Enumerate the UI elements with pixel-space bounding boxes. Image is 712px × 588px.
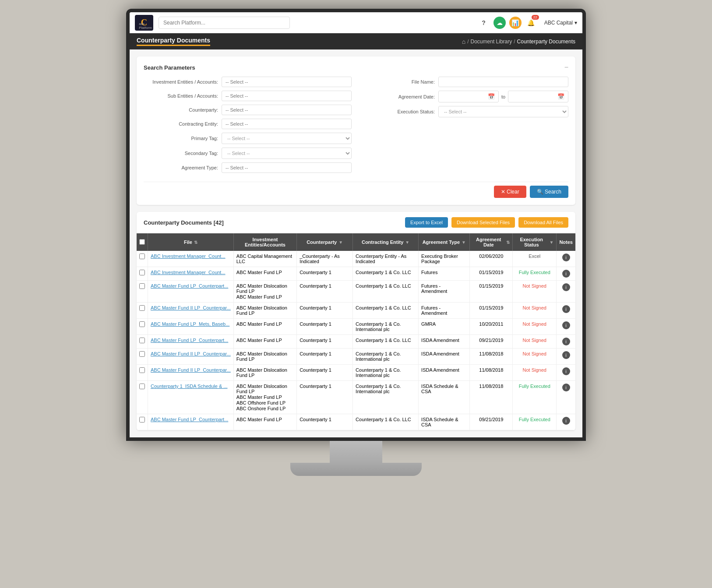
row-file[interactable]: ABC Master Fund LP_Counterpart... <box>148 414 234 430</box>
col-agreement-date-sort[interactable]: ⇅ <box>506 240 510 245</box>
status-badge: Fully Executed <box>519 417 550 422</box>
file-link[interactable]: ABC Master Fund LP_Counterpart... <box>151 338 228 343</box>
investment-entities-input[interactable] <box>222 77 352 87</box>
info-button[interactable]: i <box>562 321 570 329</box>
status-badge: Not Signed <box>523 283 546 289</box>
chart-icon[interactable]: 📊 <box>509 17 522 29</box>
monitor-base <box>290 463 422 476</box>
row-checkbox[interactable] <box>139 351 145 357</box>
search-button[interactable]: 🔍 Search <box>530 186 568 198</box>
row-counterparty: Counterparty 1 <box>297 281 353 303</box>
file-link[interactable]: ABC Investment Manager_Count... <box>151 254 226 259</box>
info-button[interactable]: i <box>562 283 570 291</box>
agreement-date-from[interactable]: 📅 <box>438 91 499 102</box>
col-counterparty-filter[interactable]: ▼ <box>338 240 343 245</box>
row-file[interactable]: Counterparty 1_ISDA Schedule & ... <box>148 381 234 414</box>
user-area[interactable]: ABC Capital ▾ <box>544 20 577 26</box>
row-contracting-entity: Counterparty 1 & Co. LLC <box>353 335 419 349</box>
row-checkbox[interactable] <box>139 384 145 389</box>
download-selected-button[interactable]: Download Selected Files <box>451 217 515 228</box>
row-checkbox[interactable] <box>139 270 145 275</box>
row-checkbox[interactable] <box>139 283 145 289</box>
row-file[interactable]: ABC Master Fund II LP_Counterpar... <box>148 349 234 365</box>
row-checkbox[interactable] <box>139 305 145 311</box>
collapse-icon[interactable]: − <box>564 63 568 71</box>
sub-entities-input[interactable] <box>222 91 352 101</box>
table-row: ABC Master Fund II LP_Counterpar...ABC M… <box>137 349 575 365</box>
cloud-icon[interactable]: ☁ <box>493 17 506 29</box>
home-icon[interactable]: ⌂ <box>462 38 465 45</box>
clear-button[interactable]: ✕ Clear <box>494 186 526 198</box>
table-row: ABC Master Fund LP_Counterpart...ABC Mas… <box>137 335 575 349</box>
col-counterparty-label: Counterparty <box>307 239 337 245</box>
row-file[interactable]: ABC Master Fund II LP_Counterpar... <box>148 365 234 381</box>
help-icon[interactable]: ? <box>478 17 490 29</box>
breadcrumb-current: Counterparty Documents <box>517 39 575 45</box>
info-button[interactable]: i <box>562 417 570 425</box>
col-execution-status-filter[interactable]: ▼ <box>549 240 553 245</box>
row-checkbox[interactable] <box>139 254 145 259</box>
info-button[interactable]: i <box>562 338 570 345</box>
row-checkbox[interactable] <box>139 417 145 423</box>
info-button[interactable]: i <box>562 305 570 313</box>
select-all-checkbox[interactable] <box>139 239 145 245</box>
counterparty-input[interactable] <box>222 105 352 115</box>
export-excel-button[interactable]: Export to Excel <box>405 217 448 228</box>
info-button[interactable]: i <box>562 367 570 375</box>
row-agreement-date: 01/15/2019 <box>470 267 513 281</box>
col-contracting-filter[interactable]: ▼ <box>405 240 409 245</box>
row-checkbox[interactable] <box>139 321 145 327</box>
row-entities: ABC Master Dislocation Fund LP <box>233 349 296 365</box>
col-file-sort[interactable]: ⇅ <box>194 240 197 245</box>
row-checkbox[interactable] <box>139 367 145 373</box>
file-link[interactable]: Counterparty 1_ISDA Schedule & ... <box>151 384 228 389</box>
table-row: ABC Master Fund II LP_Counterpar...ABC M… <box>137 303 575 319</box>
contracting-entity-input[interactable] <box>222 119 352 129</box>
file-link[interactable]: ABC Master Fund LP_Mets, Baseb... <box>151 321 229 327</box>
file-link[interactable]: ABC Investment Manager_Count... <box>151 270 226 275</box>
info-button[interactable]: i <box>562 351 570 359</box>
row-file[interactable]: ABC Investment Manager_Count... <box>148 251 234 267</box>
search-input[interactable] <box>159 17 290 29</box>
secondary-tag-select[interactable]: -- Select -- <box>222 148 352 159</box>
file-link[interactable]: ABC Master Fund II LP_Counterpar... <box>151 367 231 373</box>
file-name-label: File Name: <box>360 79 435 85</box>
row-file[interactable]: ABC Investment Manager_Count... <box>148 267 234 281</box>
notification-icon[interactable]: 🔔 22 <box>525 17 537 29</box>
info-button[interactable]: i <box>562 384 570 391</box>
execution-status-select[interactable]: -- Select -- <box>438 106 568 117</box>
row-agreement-type: ISDA Amendment <box>419 365 470 381</box>
row-agreement-date: 02/06/2020 <box>470 251 513 267</box>
breadcrumb-doc-library[interactable]: Document Library <box>471 39 512 45</box>
row-checkbox-cell <box>137 251 148 267</box>
search-box[interactable] <box>159 17 290 29</box>
file-link[interactable]: ABC Master Fund II LP_Counterpar... <box>151 305 231 310</box>
row-checkbox[interactable] <box>139 338 145 343</box>
agreement-type-input[interactable] <box>222 162 352 173</box>
col-agreement-type-filter[interactable]: ▼ <box>462 240 466 245</box>
file-link[interactable]: ABC Master Fund LP_Counterpart... <box>151 417 228 422</box>
table-title: Counterparty Documents [42] <box>144 219 224 226</box>
file-link[interactable]: ABC Master Fund LP_Counterpart... <box>151 283 228 289</box>
row-file[interactable]: ABC Master Fund LP_Counterpart... <box>148 335 234 349</box>
info-button[interactable]: i <box>562 254 570 261</box>
row-contracting-entity: Counterparty 1 & Co. International plc <box>353 365 419 381</box>
row-file[interactable]: ABC Master Fund LP_Counterpart... <box>148 281 234 303</box>
row-file[interactable]: ABC Master Fund II LP_Counterpar... <box>148 303 234 319</box>
calendar-from-icon[interactable]: 📅 <box>488 93 495 100</box>
agreement-date-to[interactable]: 📅 <box>508 91 568 102</box>
calendar-to-icon[interactable]: 📅 <box>557 93 564 100</box>
logo-box: C adsPlatform <box>135 15 153 31</box>
file-link[interactable]: ABC Master Fund II LP_Counterpar... <box>151 351 231 356</box>
search-panel-title: Search Parameters <box>144 64 195 71</box>
primary-tag-select[interactable]: -- Select -- <box>222 133 352 144</box>
info-button[interactable]: i <box>562 270 570 278</box>
row-file[interactable]: ABC Master Fund LP_Mets, Baseb... <box>148 319 234 335</box>
table-row: Counterparty 1_ISDA Schedule & ...ABC Ma… <box>137 381 575 414</box>
download-all-button[interactable]: Download All Files <box>518 217 568 228</box>
contracting-entity-label: Contracting Entity: <box>144 121 218 127</box>
file-name-input[interactable] <box>438 77 568 87</box>
select-all-header[interactable] <box>137 233 148 251</box>
row-entities: ABC Capital Management LLC <box>233 251 296 267</box>
row-notes: i <box>557 381 575 414</box>
